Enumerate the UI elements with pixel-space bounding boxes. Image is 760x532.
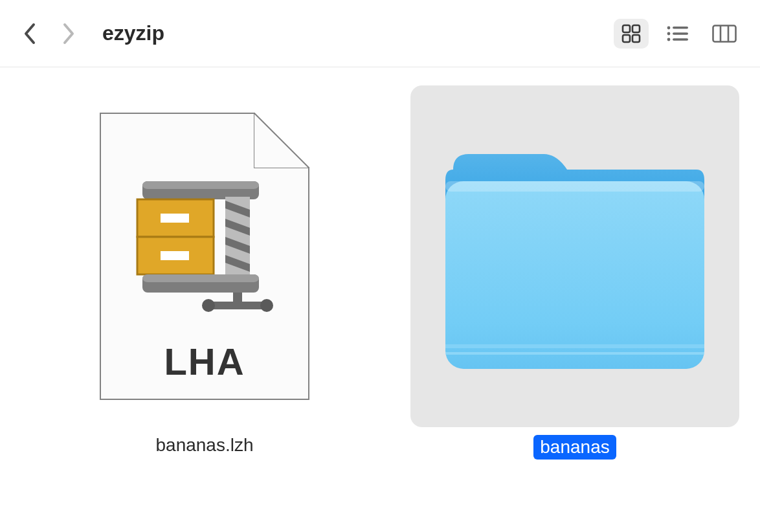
list-view-icon [666,25,689,43]
svg-point-25 [260,299,273,312]
archive-file-icon: LHA [100,113,309,400]
svg-rect-29 [445,181,704,192]
svg-point-24 [202,299,215,312]
svg-rect-27 [445,344,704,348]
file-item-archive[interactable]: LHA bananas.lzh [40,85,369,456]
icon-grid: LHA bananas.lzh [0,67,760,478]
folder-thumbnail-selected [410,85,739,427]
nav-group [18,22,80,45]
toolbar: ezyzip [0,0,760,67]
svg-rect-28 [445,352,704,355]
svg-rect-9 [673,38,688,41]
svg-rect-7 [673,32,688,35]
page-fold-icon [254,113,309,168]
view-switcher [614,19,742,49]
column-view-icon [712,25,737,43]
file-item-folder[interactable]: bananas [410,85,739,460]
chevron-left-icon [23,23,37,45]
compression-clamp-icon [136,181,281,322]
svg-point-8 [667,38,671,41]
column-view-button[interactable] [707,19,742,49]
svg-rect-3 [632,35,640,42]
icon-view-button[interactable] [614,19,649,49]
folder-name-label[interactable]: bananas [533,435,616,460]
list-view-button[interactable] [660,19,695,49]
svg-rect-23 [208,302,267,309]
svg-rect-18 [161,251,189,260]
folder-icon [439,140,711,373]
file-format-label: LHA [101,340,308,383]
svg-rect-14 [142,181,259,189]
back-button[interactable] [18,22,41,45]
svg-rect-2 [623,35,630,42]
file-thumbnail: LHA [40,85,369,427]
file-name-label[interactable]: bananas.lzh [155,435,253,456]
svg-point-6 [667,32,671,35]
chevron-right-icon [61,23,76,45]
svg-rect-5 [673,27,688,29]
svg-rect-10 [713,25,736,41]
svg-rect-1 [632,25,640,32]
svg-point-4 [667,26,671,29]
forward-button[interactable] [57,22,80,45]
svg-rect-0 [623,25,630,32]
folder-title: ezyzip [102,21,164,45]
grid-view-icon [621,23,642,44]
svg-rect-26 [445,181,704,369]
svg-rect-16 [161,214,189,223]
svg-rect-21 [142,274,259,282]
